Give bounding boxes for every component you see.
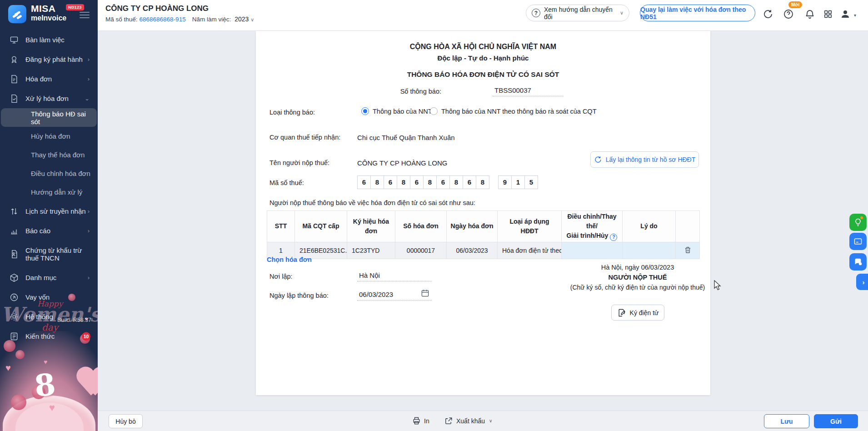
transfer-history-icon [9,206,19,216]
send-button[interactable]: Gửi [814,414,858,428]
misa-logo-icon[interactable] [8,5,26,23]
topbar: CÔNG TY CP HOÀNG LONG Mã số thuế:6868686… [98,0,868,31]
calendar-icon[interactable] [421,289,429,299]
tax-code-boxes[interactable]: 6868686868 [357,175,489,189]
cell-number: 00000017 [395,242,447,259]
cell-type: Hóa đơn điện tử theo Ng [498,242,562,259]
feedback-card-button[interactable] [849,233,867,250]
sidebar: MISA meInvoice NĐ123 Bàn làm việc Đăng k… [0,0,98,431]
sidebar-subitem-huy-hoa-don[interactable]: Hủy hóa đơn [0,127,98,145]
chevron-down-icon: ∨ [620,10,624,16]
chevron-down-icon[interactable]: ▾ [854,13,856,18]
sidebar-subitem-thay-the-hoa-don[interactable]: Thay thế hóa đơn [0,145,98,164]
sidebar-subitem-thong-bao-hd-sai-sot[interactable]: Thông báo HĐ sai sót [1,108,97,127]
save-button[interactable]: Lưu [764,414,809,428]
sidebar-item-ban-lam-viec[interactable]: Bàn làm việc [0,30,98,50]
tax-code-label: Mã số thuế: [269,179,304,186]
col-header-type: Loại áp dụng HĐĐT [498,211,562,242]
working-year-select[interactable]: 2023 [234,15,249,23]
delete-row-button[interactable] [676,242,700,259]
error-invoice-table: STT Mã CQT cấp Ký hiệu hóa đơn Số hóa đơ… [267,210,700,259]
print-label: In [424,417,429,425]
cell-symbol: 1C23TYD [347,242,395,259]
col-header-adjust: Điều chỉnh/Thay thế/ Giải trình/Hủy? [562,211,623,242]
guide-button-label: Xem hướng dẫn chuyển đổi [544,6,616,20]
nd123-badge: NĐ123 [66,4,84,10]
back-to-nd51-button[interactable]: Quay lại làm việc với hóa đơn theo NĐ51 [640,5,755,21]
user-avatar-icon[interactable] [839,8,851,20]
help-circle-icon[interactable]: ? [610,234,617,241]
lightbulb-icon [853,218,863,227]
sidebar-menu: Bàn làm việc Đăng ký phát hành › Hóa đơn… [0,28,98,346]
cancel-button[interactable]: Hủy bỏ [109,414,143,428]
hamburger-icon[interactable] [80,10,90,20]
content-area: CỘNG HÒA XÃ HỘI CHỦ NGHĨA VIỆT NAM Độc l… [98,31,868,411]
subitem-label: Thay thế hóa đơn [31,151,85,159]
sidebar-item-lich-su-truyen-nhan[interactable]: Lịch sử truyền nhận › [0,201,98,221]
refetch-button-label: Lấy lại thông tin từ hồ sơ HĐĐT [606,156,696,163]
tax-digit: 8 [397,175,410,189]
sidebar-item-vay-von[interactable]: Vay vốn [0,287,98,307]
tax-digit: 1 [511,175,525,189]
radio-label: Thông báo của NNT theo thông báo rà soát… [441,108,597,115]
chevron-expanded-icon: ⌄ [85,95,90,102]
chevron-down-icon[interactable]: ∨ [250,17,254,22]
table-intro-text: Người nộp thuế thông báo về việc hóa đơn… [269,199,475,206]
company-subline: Mã số thuế:6868686868-915Năm làm việc:20… [105,15,254,23]
sidebar-item-label: Hóa đơn [25,75,52,83]
notification-dot [860,216,863,219]
sidebar-item-danh-muc[interactable]: Danh mục › [0,268,98,287]
table-row: 1 21E6BE02531C... 1C23TYD 00000017 06/03… [267,242,700,259]
tax-digit: 6 [384,175,397,189]
sidebar-item-xu-ly-hoa-don[interactable]: Xử lý hóa đơn ⌄ [0,89,98,108]
sidebar-subitem-dieu-chinh-hoa-don[interactable]: Điều chỉnh hóa đơn [0,164,98,183]
print-button[interactable]: In [412,416,429,425]
sidebar-item-label: Đăng ký phát hành [25,55,83,63]
sync-icon[interactable] [762,8,774,20]
sidebar-item-bao-cao[interactable]: Báo cáo › [0,221,98,241]
view-conversion-guide-button[interactable]: ? Xem hướng dẫn chuyển đổi ∨ [526,5,629,21]
new-badge: Mới [788,1,802,8]
col-header-reason: Lý do [623,211,676,242]
col-header-cqt: Mã CQT cấp [295,211,347,242]
refetch-info-button[interactable]: Lấy lại thông tin từ hồ sơ HĐĐT [590,151,699,168]
subitem-label: Hủy hóa đơn [31,132,70,140]
notice-no-input[interactable]: TBSS00037 [493,85,564,96]
export-button[interactable]: Xuất khẩu ∨ [444,416,492,425]
choose-invoice-link[interactable]: Chọn hóa đơn [267,256,312,263]
collapse-panel-button[interactable]: › [856,274,868,290]
tax-code-suffix-boxes[interactable]: 915 [498,175,538,189]
year-label: Năm làm việc: [192,16,231,23]
nd51-button-label: Quay lại làm việc với hóa đơn theo NĐ51 [640,6,755,20]
radio-nnt-notice[interactable]: Thông báo của NNT [361,107,432,115]
cell-reason-input[interactable] [623,242,676,259]
apps-grid-icon[interactable] [822,8,834,20]
radio-selected-icon [361,107,369,115]
digital-sign-button[interactable]: Ký điện tử [611,305,664,321]
tips-lightbulb-button[interactable] [849,214,867,231]
sidebar-item-kien-thuc[interactable]: Kiến thức 10 [0,326,98,346]
radio-nnt-cqt-notice[interactable]: Thông báo của NNT theo thông báo rà soát… [430,107,597,115]
logo-row: MISA meInvoice NĐ123 [0,0,98,28]
place-input[interactable]: Hà Nội [357,271,432,281]
radio-label: Thông báo của NNT [373,108,432,115]
chevron-down-icon: ∨ [489,418,492,423]
sidebar-item-label: Hệ thống [25,313,53,321]
sidebar-item-hoa-don[interactable]: Hóa đơn › [0,69,98,89]
chat-support-button[interactable] [849,253,867,271]
tax-value[interactable]: 6868686868-915 [140,16,186,23]
sidebar-subitem-huong-dan-xu-ly[interactable]: Hướng dẫn xử lý [0,183,98,201]
tax-digit: 6 [410,175,424,189]
sign-note: (Chữ ký số, chữ ký điện tử của người nộp… [547,284,728,291]
help-icon[interactable] [783,8,794,20]
subitem-label: Hướng dẫn xử lý [31,188,82,196]
chevron-right-icon: › [88,227,90,234]
cell-adjust-input[interactable] [562,242,623,259]
chevron-right-icon: › [88,56,90,63]
notice-no-label: Số thông báo: [392,88,441,95]
tax-digit: 8 [370,175,384,189]
place-label: Nơi lập: [269,273,293,280]
sidebar-item-chung-tu-khau-tru[interactable]: Chứng từ khấu trừ thuế TNCN [0,241,98,268]
sidebar-item-dang-ky-phat-hanh[interactable]: Đăng ký phát hành › [0,50,98,69]
notification-bell-icon[interactable] [804,8,816,20]
